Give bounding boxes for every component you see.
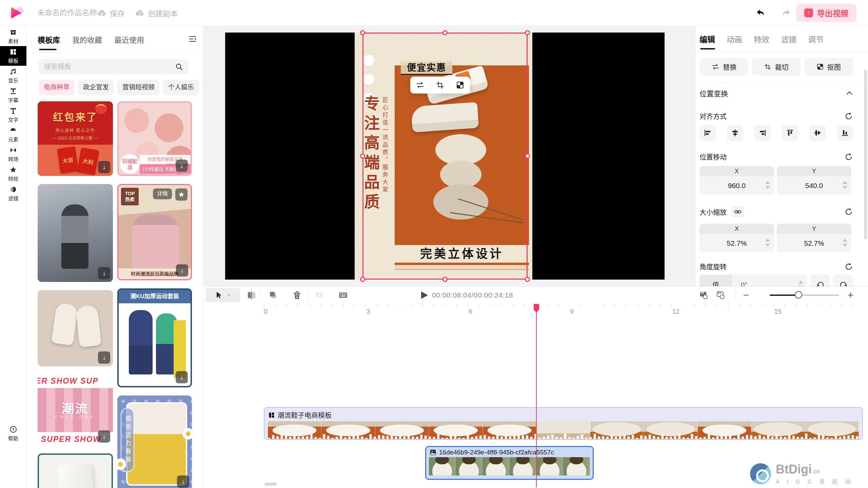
rotate-cw-90-icon[interactable] xyxy=(833,274,853,286)
selection-handle-ne[interactable] xyxy=(525,30,530,35)
video-track-clip-selected[interactable]: 16de46b9-249e-4ff8-945b-cf2afca5557c xyxy=(425,446,594,480)
group-clip-icon[interactable] xyxy=(315,290,324,300)
sidebar-item-help[interactable]: ? 帮助 xyxy=(0,424,26,443)
zoom-in-icon[interactable]: + xyxy=(848,290,854,300)
download-icon[interactable]: ↓ xyxy=(98,267,110,279)
search-input[interactable] xyxy=(44,63,175,71)
align-top-button[interactable] xyxy=(782,125,798,141)
detail-badge[interactable]: 详情 xyxy=(153,188,172,199)
selection-handle-se[interactable] xyxy=(525,277,530,282)
selection-handle-nw[interactable] xyxy=(360,30,365,35)
crop-button[interactable]: 裁切 xyxy=(752,58,801,76)
split-clip-icon[interactable] xyxy=(247,290,256,300)
cutout-button[interactable]: 抠图 xyxy=(804,58,853,76)
transform-section-header[interactable]: 位置变换 xyxy=(699,88,853,98)
sidebar-item-filters[interactable]: 滤镜 xyxy=(0,184,26,203)
duplicate-clip-icon[interactable] xyxy=(269,290,278,300)
chip-government[interactable]: 政企宣发 xyxy=(78,80,114,95)
timeline-zoom-slider[interactable] xyxy=(770,294,839,296)
trim-handle-left[interactable] xyxy=(424,297,426,310)
template-card-street-photo[interactable]: ↓ xyxy=(38,184,113,282)
save-button[interactable]: 保存 xyxy=(97,0,125,26)
swap-icon[interactable] xyxy=(416,81,425,89)
align-left-button[interactable] xyxy=(699,125,716,141)
selection-handle-e[interactable] xyxy=(525,154,530,159)
align-center-h-button[interactable] xyxy=(727,125,743,141)
scale-x-input[interactable]: 52.7% xyxy=(699,234,774,252)
tab-effects[interactable]: 特效 xyxy=(754,33,769,49)
sidebar-item-subtitles[interactable]: 字幕 xyxy=(0,85,26,105)
trim-handle-right[interactable] xyxy=(592,297,594,310)
sidebar-item-elements[interactable]: 元素 xyxy=(0,125,26,144)
download-icon[interactable]: ↓ xyxy=(176,371,188,383)
position-y-input[interactable]: 540.0 xyxy=(777,176,851,195)
align-right-button[interactable] xyxy=(754,125,771,141)
undo-button[interactable] xyxy=(755,8,766,18)
stepper[interactable] xyxy=(765,239,770,247)
align-bottom-button[interactable] xyxy=(837,125,853,141)
create-copy-button[interactable]: 创建副本 xyxy=(135,0,178,26)
playhead-line[interactable] xyxy=(536,304,537,487)
app-logo-icon[interactable] xyxy=(10,7,22,19)
template-card-red-packet[interactable]: 红包来了 用心选材 匠心之作 — 2022·元旦特供上新 — 大吉 大利 ↓ xyxy=(38,101,113,176)
template-card-flowers-delivery[interactable]: 同城配送 你是我的星辰大海 1小时速达 不新鲜包退换 ↓ xyxy=(117,101,192,176)
zoom-slider-handle[interactable] xyxy=(795,291,802,299)
chip-marketing[interactable]: 营销短视频 xyxy=(117,80,160,95)
tab-my-favorites[interactable]: 我的收藏 xyxy=(72,34,102,50)
stepper[interactable] xyxy=(798,281,803,286)
download-icon[interactable]: ↓ xyxy=(176,160,188,172)
sidebar-item-effects[interactable]: 特效 xyxy=(0,164,26,184)
project-title[interactable]: 未命名的作品名称 xyxy=(37,0,97,26)
sidebar-item-transitions[interactable]: 转场 xyxy=(0,144,26,164)
tab-filters[interactable]: 滤镜 xyxy=(781,33,796,49)
tab-adjust[interactable]: 调节 xyxy=(808,33,824,49)
download-icon[interactable]: ↓ xyxy=(176,264,188,277)
align-center-v-button[interactable] xyxy=(809,125,826,141)
stepper[interactable] xyxy=(843,239,847,247)
reset-rotation-icon[interactable] xyxy=(844,262,853,271)
reset-scale-icon[interactable] xyxy=(844,207,853,216)
preview-axis-icon[interactable] xyxy=(699,290,709,300)
reset-position-icon[interactable] xyxy=(844,152,853,161)
position-x-input[interactable]: 960.0 xyxy=(699,176,774,195)
reset-align-icon[interactable] xyxy=(844,112,853,121)
template-card-hanging-shoes[interactable]: ↓ xyxy=(38,290,113,366)
chevron-up-icon[interactable] xyxy=(846,89,853,97)
sidebar-item-material[interactable]: 素材 xyxy=(0,26,26,46)
selection-handle-s[interactable] xyxy=(442,277,448,282)
crop-icon[interactable] xyxy=(436,81,445,89)
download-icon[interactable]: ↓ xyxy=(98,351,110,364)
replace-button[interactable]: 替换 xyxy=(699,58,748,76)
tab-edit[interactable]: 编辑 xyxy=(699,33,715,49)
zoom-out-icon[interactable]: − xyxy=(743,290,749,300)
stepper[interactable] xyxy=(765,181,770,189)
template-card-cosmetic-tube[interactable] xyxy=(38,453,113,488)
tab-template-library[interactable]: 模板库 xyxy=(38,34,60,50)
selection-box[interactable] xyxy=(362,33,528,280)
template-card-super-show[interactable]: ER SHOW SUP 潮流 ONLY ONE SUPER SHOW ↓ xyxy=(38,374,113,445)
rotate-ccw-90-icon[interactable] xyxy=(811,274,830,286)
template-track-clip[interactable]: 潮流鞋子电商模板 xyxy=(264,407,863,440)
download-icon[interactable]: ↓ xyxy=(98,430,110,443)
select-tool-button[interactable] xyxy=(205,288,240,302)
collapse-panel-icon[interactable] xyxy=(188,34,197,50)
template-card-sportswear[interactable]: 潮KU加厚运动套装 ↓ xyxy=(117,288,192,387)
selection-handle-sw[interactable] xyxy=(360,277,365,282)
redo-button[interactable] xyxy=(781,8,791,18)
cutout-icon[interactable] xyxy=(456,81,465,89)
inspector-scrollbar[interactable] xyxy=(864,70,867,239)
sidebar-item-music[interactable]: 音乐 xyxy=(0,66,26,85)
selection-handle-n[interactable] xyxy=(442,30,448,35)
link-scale-icon[interactable] xyxy=(731,206,744,218)
tab-animation[interactable]: 动画 xyxy=(727,33,742,49)
sidebar-item-template[interactable]: 模板 xyxy=(0,46,26,66)
rotation-input[interactable]: 0° xyxy=(732,274,807,286)
sidebar-item-text[interactable]: 文字 xyxy=(0,105,26,125)
adsorb-timeline-icon[interactable] xyxy=(716,290,726,300)
download-icon[interactable]: ↓ xyxy=(177,475,189,488)
delete-clip-icon[interactable] xyxy=(292,290,302,300)
template-card-spring-fashion[interactable]: 视杏活力春装 ↓ xyxy=(117,395,192,488)
keyboard-shortcuts-icon[interactable] xyxy=(338,290,348,300)
collapsed-track-indicator[interactable] xyxy=(264,483,277,486)
favorite-star-icon[interactable] xyxy=(175,188,188,201)
